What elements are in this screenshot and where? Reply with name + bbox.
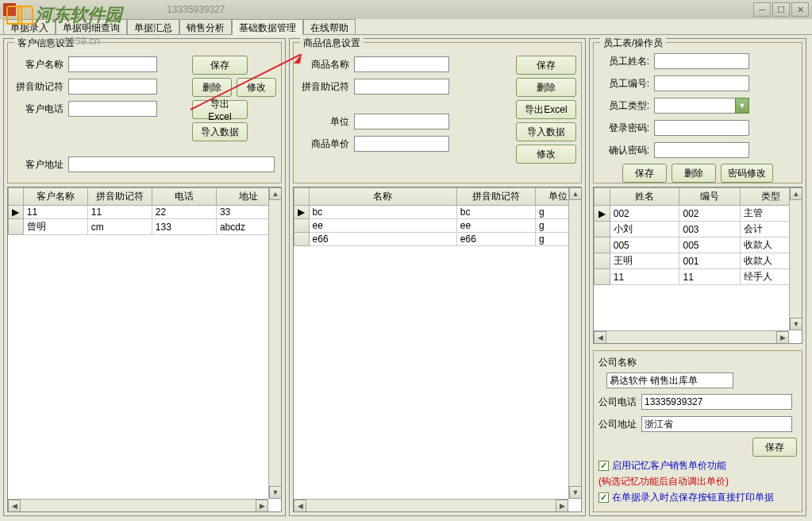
- customer-import-button[interactable]: 导入数据: [192, 122, 248, 141]
- customer-name-input[interactable]: [68, 56, 157, 72]
- scrollbar-vertical[interactable]: ▲ ▼: [268, 187, 281, 499]
- employee-save-button[interactable]: 保存: [622, 164, 667, 183]
- scroll-left-icon[interactable]: ◀: [8, 500, 21, 512]
- scroll-up-icon[interactable]: ▲: [790, 187, 802, 200]
- employee-form-title: 员工表/操作员: [600, 37, 666, 50]
- row-indicator-header: [9, 188, 24, 206]
- customer-address-label: 客户地址: [13, 158, 63, 172]
- col-emp-name[interactable]: 姓名: [610, 188, 679, 206]
- product-table[interactable]: 名称 拼音助记符 单位 ▶ bc bc g ee ee g: [293, 187, 582, 512]
- scrollbar-vertical[interactable]: ▲ ▼: [568, 187, 581, 499]
- employee-id-input[interactable]: [654, 75, 749, 91]
- titlebar-text: 13335939327: [167, 4, 225, 15]
- employee-type-label: 员工类型:: [598, 99, 649, 113]
- table-row[interactable]: 曾明 cm 133 abcdz: [9, 219, 281, 235]
- table-row[interactable]: 王明001收款人: [595, 253, 802, 269]
- scroll-left-icon[interactable]: ◀: [594, 331, 606, 344]
- table-row[interactable]: ▶ bc bc g: [294, 206, 581, 219]
- row-indicator: [9, 219, 24, 235]
- employee-name-input[interactable]: [654, 53, 749, 69]
- col-customer-name[interactable]: 客户名称: [23, 188, 87, 206]
- scrollbar-vertical[interactable]: ▲ ▼: [789, 187, 802, 330]
- table-row[interactable]: 小刘003会计: [595, 222, 802, 237]
- logo: 河东软件园: [6, 3, 122, 27]
- scroll-right-icon[interactable]: ▶: [556, 500, 568, 512]
- employee-delete-button[interactable]: 删除: [672, 164, 716, 183]
- col-customer-pinyin[interactable]: 拼音助记符: [87, 188, 152, 206]
- company-name-label: 公司名称: [598, 356, 797, 369]
- row-indicator: ▶: [294, 206, 310, 219]
- employee-changepwd-button[interactable]: 密码修改: [721, 164, 773, 183]
- company-save-button[interactable]: 保存: [752, 438, 797, 457]
- company-address-input[interactable]: [641, 416, 792, 432]
- scroll-down-icon[interactable]: ▼: [569, 486, 582, 499]
- customer-delete-button[interactable]: 删除: [192, 78, 232, 97]
- tab-summary[interactable]: 单据汇总: [127, 19, 179, 34]
- minimize-button[interactable]: ─: [753, 2, 771, 17]
- customer-phone-input[interactable]: [68, 101, 157, 117]
- customer-table[interactable]: 客户名称 拼音助记符 电话 地址 ▶ 11 11 22 33 曾明 cm 133: [7, 187, 282, 512]
- customer-pinyin-label: 拼音助记符: [13, 80, 63, 94]
- logo-icon: [6, 6, 29, 25]
- scrollbar-horizontal[interactable]: ◀ ▶: [594, 330, 789, 343]
- customer-modify-button[interactable]: 修改: [237, 78, 276, 97]
- product-unit-input[interactable]: [354, 114, 449, 129]
- row-indicator: ▶: [9, 206, 24, 219]
- col-product-pinyin[interactable]: 拼音助记符: [456, 188, 535, 206]
- scroll-right-icon[interactable]: ▶: [256, 500, 268, 512]
- table-row[interactable]: e66 e66 g: [294, 233, 581, 246]
- tab-base-data[interactable]: 基础数据管理: [232, 19, 303, 35]
- product-modify-button[interactable]: 修改: [516, 145, 576, 164]
- option-print-on-save[interactable]: ✓ 在单据录入时点保存按钮直接打印单据: [598, 491, 797, 504]
- employee-id-label: 员工编号:: [598, 77, 649, 91]
- customer-export-button[interactable]: 导出Excel: [192, 100, 248, 119]
- product-save-button[interactable]: 保存: [516, 56, 576, 75]
- col-product-name[interactable]: 名称: [309, 188, 456, 206]
- product-price-label: 商品单价: [298, 137, 349, 151]
- product-import-button[interactable]: 导入数据: [516, 122, 576, 141]
- product-export-button[interactable]: 导出Excel: [516, 100, 576, 119]
- company-section: 公司名称 公司电话 公司地址 保存 ✓ 启用记忆客户销售单价功能 (钩选记忆功能…: [593, 350, 802, 512]
- table-row[interactable]: ▶002002主管: [595, 206, 802, 222]
- tab-sales-analysis[interactable]: 销售分析: [179, 19, 232, 34]
- close-button[interactable]: ✕: [791, 2, 809, 17]
- scroll-left-icon[interactable]: ◀: [294, 500, 306, 512]
- row-indicator: [294, 219, 310, 233]
- product-pinyin-label: 拼音助记符: [298, 80, 349, 94]
- tab-help[interactable]: 在线帮助: [303, 19, 356, 34]
- col-emp-id[interactable]: 编号: [679, 188, 741, 206]
- scroll-right-icon[interactable]: ▶: [776, 331, 789, 344]
- chevron-down-icon[interactable]: ▼: [735, 98, 749, 114]
- customer-pinyin-input[interactable]: [68, 79, 157, 95]
- employee-table[interactable]: 姓名 编号 类型 ▶002002主管 小刘003会计 005005收款人 王明0…: [593, 187, 802, 344]
- col-customer-phone[interactable]: 电话: [152, 188, 216, 206]
- company-phone-input[interactable]: [641, 394, 792, 410]
- product-delete-button[interactable]: 删除: [516, 78, 576, 97]
- customer-save-button[interactable]: 保存: [192, 56, 248, 75]
- company-phone-label: 公司电话: [598, 396, 641, 409]
- table-row[interactable]: ee ee g: [294, 219, 581, 233]
- scrollbar-horizontal[interactable]: ◀ ▶: [8, 499, 268, 511]
- table-row[interactable]: 005005收款人: [595, 237, 802, 253]
- company-address-label: 公司地址: [598, 418, 641, 431]
- product-price-input[interactable]: [354, 136, 449, 152]
- maximize-button[interactable]: ☐: [772, 2, 790, 17]
- product-name-label: 商品名称: [298, 58, 349, 71]
- table-row[interactable]: 1111经手人: [595, 269, 802, 285]
- checkbox-icon[interactable]: ✓: [598, 492, 609, 503]
- scroll-down-icon[interactable]: ▼: [790, 318, 802, 330]
- company-name-input[interactable]: [606, 372, 733, 388]
- product-name-input[interactable]: [354, 56, 449, 72]
- checkbox-icon[interactable]: ✓: [598, 461, 609, 471]
- product-pinyin-input[interactable]: [354, 79, 449, 95]
- option-memory-price[interactable]: ✓ 启用记忆客户销售单价功能: [598, 459, 797, 473]
- table-row[interactable]: ▶ 11 11 22 33: [9, 206, 281, 219]
- employee-pwd-input[interactable]: [654, 120, 749, 136]
- scroll-up-icon[interactable]: ▲: [569, 187, 582, 200]
- scroll-down-icon[interactable]: ▼: [269, 486, 282, 499]
- customer-address-input[interactable]: [68, 156, 275, 172]
- scrollbar-horizontal[interactable]: ◀ ▶: [294, 499, 568, 511]
- scroll-up-icon[interactable]: ▲: [269, 187, 282, 200]
- employee-pwd2-input[interactable]: [654, 142, 749, 158]
- customer-panel: 客户信息设置 客户名称 拼音助记符 客户电话: [3, 38, 286, 516]
